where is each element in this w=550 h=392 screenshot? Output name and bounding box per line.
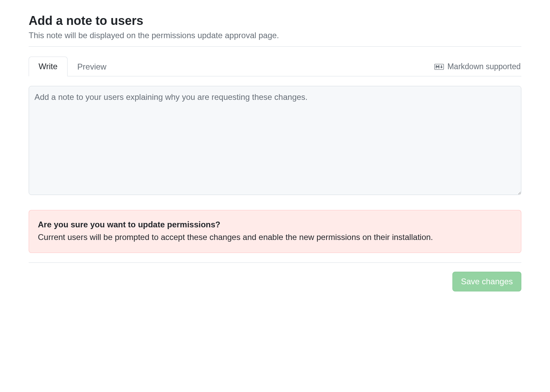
markdown-support-label: Markdown supported (447, 62, 521, 71)
tab-write[interactable]: Write (29, 57, 68, 76)
divider (29, 262, 521, 263)
alert-body: Current users will be prompted to accept… (38, 231, 512, 243)
footer-actions: Save changes (29, 272, 521, 291)
alert-box: Are you sure you want to update permissi… (29, 210, 521, 253)
tabs: Write Preview (29, 56, 116, 76)
tab-bar: Write Preview Markdown supported (29, 56, 521, 76)
save-changes-button[interactable]: Save changes (452, 272, 521, 291)
tab-preview[interactable]: Preview (68, 57, 116, 76)
page-subtitle: This note will be displayed on the permi… (29, 31, 521, 47)
markdown-support-link[interactable]: Markdown supported (434, 62, 521, 76)
page-title: Add a note to users (29, 14, 521, 28)
note-textarea[interactable] (29, 86, 521, 195)
markdown-icon (434, 64, 444, 70)
alert-title: Are you sure you want to update permissi… (38, 220, 512, 229)
